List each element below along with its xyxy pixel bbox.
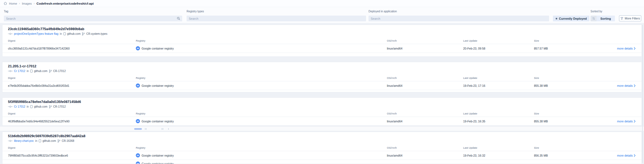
in-label: in bbox=[27, 105, 29, 108]
column-header: Registry bbox=[136, 146, 387, 149]
registry-icon bbox=[136, 84, 140, 88]
tag-filter-label: Tag bbox=[4, 10, 8, 13]
more-filters-button[interactable]: More Filters bbox=[619, 15, 641, 21]
column-header: OS/Arch bbox=[387, 112, 463, 115]
tag-search-input-wrap bbox=[4, 16, 182, 21]
repo-name: github.com bbox=[34, 70, 47, 73]
registry-types-search-input[interactable] bbox=[187, 16, 366, 21]
commit-link[interactable]: Cr 17012 bbox=[14, 105, 25, 108]
branch-name: CR-17012 bbox=[53, 105, 66, 108]
search-icon bbox=[177, 17, 180, 20]
column-header: Last Update bbox=[463, 76, 534, 79]
commit-link[interactable]: projectOneSystemTypes feature flag bbox=[14, 32, 58, 35]
scrollbar-tick bbox=[145, 128, 145, 130]
digest-value: 79f4f80d075ccd3c954c3ff6321b739603edbce6 bbox=[8, 154, 136, 157]
sorting-value: Sorting bbox=[597, 16, 615, 21]
table-header-row: DigestRegistryOS/ArchLast UpdateSize bbox=[2, 38, 642, 44]
image-title: 21.205.1-cr-17012 bbox=[8, 64, 642, 68]
horizontal-scrollbar-thumb[interactable] bbox=[134, 128, 142, 130]
breadcrumb-separator: › bbox=[19, 2, 20, 5]
os-arch-value: linux/amd64 bbox=[387, 154, 463, 157]
last-update-value: 20-Feb-23, 09:58 bbox=[463, 47, 534, 50]
size-value: 856.35 MB bbox=[534, 154, 617, 157]
sorting-dropdown[interactable]: Sorting bbox=[590, 16, 615, 21]
image-card: 5f3ff859985ca78efee7da0a0d135fe0871458d6… bbox=[2, 97, 642, 126]
deployed-search-input-wrap bbox=[369, 16, 549, 21]
column-header: Digest bbox=[8, 76, 136, 79]
registry-icon bbox=[136, 162, 140, 164]
commit-icon bbox=[8, 105, 13, 108]
deployed-search-input[interactable] bbox=[369, 16, 549, 21]
scrollbar-tick bbox=[146, 128, 147, 130]
more-details-link[interactable]: more details bbox=[617, 154, 635, 157]
more-details-label: more details bbox=[617, 120, 633, 123]
image-subtitle: Cr 17012 in github.com CR-17012 bbox=[8, 105, 642, 108]
table-row-partial: Google container registry bbox=[2, 160, 642, 164]
commit-link[interactable]: Cr 17012 bbox=[14, 70, 25, 73]
registry-cell: Google container registry bbox=[136, 46, 387, 50]
chevron-right-icon bbox=[634, 47, 635, 50]
more-details-link[interactable]: more details bbox=[617, 47, 635, 50]
repo-name: github.com bbox=[34, 105, 47, 108]
column-header: Last Update bbox=[463, 39, 534, 42]
image-subtitle: Cr 17012 in github.com CR-17012 bbox=[8, 69, 642, 73]
image-subtitle: projectOneSystemTypes feature flag in gi… bbox=[8, 32, 642, 36]
image-title: 51b6db2b98929c5697039d5287c8b2907aa842a8 bbox=[8, 134, 642, 138]
scrollbar-tick bbox=[163, 128, 163, 130]
more-details-link[interactable]: more details bbox=[617, 120, 635, 123]
registry-cell: Google container registry bbox=[136, 84, 387, 88]
more-details-label: more details bbox=[617, 47, 633, 50]
more-details-label: more details bbox=[617, 154, 633, 157]
commit-icon bbox=[8, 70, 13, 73]
branch-name: CR-17012 bbox=[53, 70, 66, 73]
registry-cell: Google container registry bbox=[136, 119, 387, 123]
home-icon bbox=[4, 2, 7, 5]
more-filters-label: More Filters bbox=[625, 17, 640, 20]
chevron-right-icon bbox=[634, 84, 635, 87]
horizontal-scrollbar bbox=[0, 126, 644, 131]
breadcrumb-separator: › bbox=[34, 2, 35, 5]
breadcrumb-home[interactable]: Home bbox=[9, 2, 17, 5]
column-header: Registry bbox=[136, 76, 387, 79]
column-header: OS/Arch bbox=[387, 39, 463, 42]
branch-name: CR-system-types bbox=[86, 32, 107, 35]
column-header: Digest bbox=[8, 146, 136, 149]
registry-name: Google container registry bbox=[142, 120, 174, 123]
column-header: Registry bbox=[136, 112, 387, 115]
currently-deployed-toggle[interactable]: Currently Deployed bbox=[553, 16, 589, 21]
repo-name: github.com bbox=[67, 32, 81, 35]
sorted-by-label: Sorted by bbox=[590, 10, 602, 13]
column-header: Registry bbox=[136, 39, 387, 42]
registry-cell: Google container registry bbox=[136, 153, 387, 157]
breadcrumb: Home › Images › Codefresh-enterprise/cod… bbox=[0, 0, 644, 7]
in-label: in bbox=[60, 32, 62, 35]
column-header: Size bbox=[534, 39, 635, 42]
registry-icon bbox=[136, 119, 140, 123]
image-card: 21.205.1-cr-17012 Cr 17012 in github.com… bbox=[2, 62, 642, 92]
branch-icon bbox=[49, 105, 52, 108]
table-header-row: DigestRegistryOS/ArchLast UpdateSize bbox=[2, 145, 642, 151]
column-header: OS/Arch bbox=[387, 146, 463, 149]
last-update-value: 19-Feb-23, 16:32 bbox=[463, 154, 534, 157]
repository-icon bbox=[30, 105, 33, 108]
commit-link[interactable]: library-chart-poc bbox=[14, 139, 34, 142]
chevron-right-icon bbox=[634, 154, 635, 157]
registry-types-input-wrap bbox=[187, 16, 366, 21]
registry-name: Google container registry bbox=[142, 154, 174, 157]
in-label: in bbox=[35, 139, 37, 142]
breadcrumb-images[interactable]: Images bbox=[22, 2, 32, 5]
more-details-link[interactable]: more details bbox=[617, 84, 635, 87]
tag-search-input[interactable] bbox=[4, 16, 177, 21]
image-title: 5f3ff859985ca78efee7da0a0d135fe0871458d6 bbox=[8, 100, 642, 104]
column-header: Size bbox=[534, 112, 635, 115]
table-row: cfcc3659a5131c4d7dcd187f878966e347142360… bbox=[2, 44, 642, 53]
vertical-scrollbar[interactable] bbox=[642, 25, 643, 163]
last-update-value: 19-Feb-23, 17:16 bbox=[463, 84, 534, 87]
last-update-value: 19-Feb-23, 16:35 bbox=[463, 120, 534, 123]
image-title: 23cdc119465a8360c775a4fb849e2d7e5980b8ab bbox=[8, 27, 642, 31]
commit-icon bbox=[8, 32, 13, 35]
size-value: 855.38 MB bbox=[534, 120, 617, 123]
branch-icon bbox=[49, 70, 52, 73]
branch-icon bbox=[82, 32, 85, 36]
sort-arrows-icon bbox=[590, 16, 597, 21]
